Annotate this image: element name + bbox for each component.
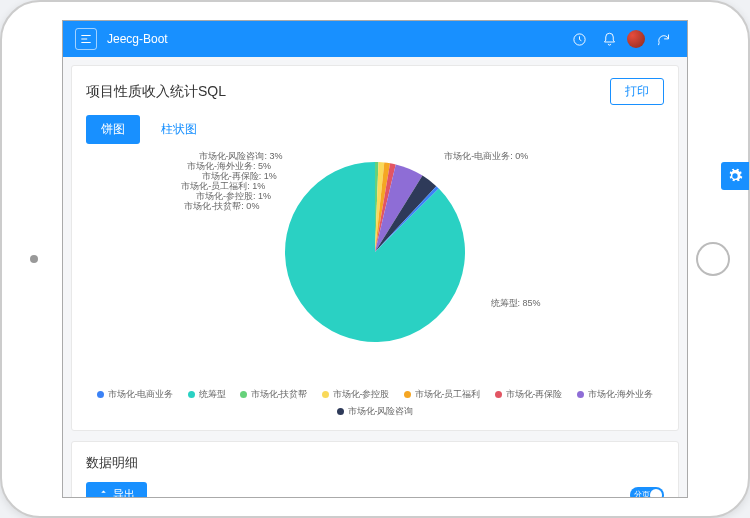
tab-bar[interactable]: 柱状图	[146, 115, 212, 144]
chart-type-tabs: 饼图 柱状图	[86, 115, 664, 144]
legend-dot-icon	[404, 391, 411, 398]
chart-slice-label: 统筹型: 85%	[491, 297, 541, 310]
legend-dot-icon	[495, 391, 502, 398]
legend-item[interactable]: 市场化-电商业务	[97, 388, 174, 401]
legend-item[interactable]: 市场化-风险咨询	[337, 405, 414, 418]
chart-slice-label: 市场化-员工福利: 1%	[181, 180, 265, 193]
print-button[interactable]: 打印	[610, 78, 664, 105]
legend-item[interactable]: 市场化-员工福利	[404, 388, 481, 401]
app-header: Jeecg-Boot	[63, 21, 687, 57]
upload-icon	[98, 489, 109, 497]
refresh-icon[interactable]	[651, 27, 675, 51]
legend-dot-icon	[322, 391, 329, 398]
pie-chart: 市场化-电商业务: 0%统筹型: 85%市场化-扶贫帮: 0%市场化-参控股: …	[86, 152, 664, 382]
menu-toggle-button[interactable]	[75, 28, 97, 50]
legend-dot-icon	[97, 391, 104, 398]
chart-slice-label: 市场化-海外业务: 5%	[187, 160, 271, 173]
legend-dot-icon	[240, 391, 247, 398]
bell-icon[interactable]	[597, 27, 621, 51]
detail-card: 数据明细 导出 分页 #项目性质保险经纪佣金费风险咨询费承保公估评估费保险公估费…	[71, 441, 679, 497]
legend-item[interactable]: 市场化-海外业务	[577, 388, 654, 401]
chart-slice-label: 市场化-风险咨询: 3%	[199, 150, 283, 163]
chart-card: 项目性质收入统计SQL 打印 饼图 柱状图 市场化-电商业务: 0%统筹型: 8…	[71, 65, 679, 431]
legend-item[interactable]: 统筹型	[188, 388, 226, 401]
chart-legend: 市场化-电商业务统筹型市场化-扶贫帮市场化-参控股市场化-员工福利市场化-再保险…	[86, 382, 664, 418]
user-avatar[interactable]	[627, 30, 645, 48]
chart-slice-label: 市场化-再保险: 1%	[202, 170, 277, 183]
legend-item[interactable]: 市场化-参控股	[322, 388, 390, 401]
legend-dot-icon	[188, 391, 195, 398]
legend-item[interactable]: 市场化-扶贫帮	[240, 388, 308, 401]
chart-slice-label: 市场化-扶贫帮: 0%	[184, 200, 259, 213]
pagination-switch[interactable]: 分页	[630, 487, 664, 498]
legend-dot-icon	[577, 391, 584, 398]
export-button[interactable]: 导出	[86, 482, 147, 497]
brand-title: Jeecg-Boot	[107, 32, 168, 46]
detail-card-title: 数据明细	[86, 454, 664, 472]
chart-slice-label: 市场化-参控股: 1%	[196, 190, 271, 203]
legend-dot-icon	[337, 408, 344, 415]
tab-pie[interactable]: 饼图	[86, 115, 140, 144]
clock-icon[interactable]	[567, 27, 591, 51]
legend-item[interactable]: 市场化-再保险	[495, 388, 563, 401]
chart-card-title: 项目性质收入统计SQL	[86, 83, 226, 101]
